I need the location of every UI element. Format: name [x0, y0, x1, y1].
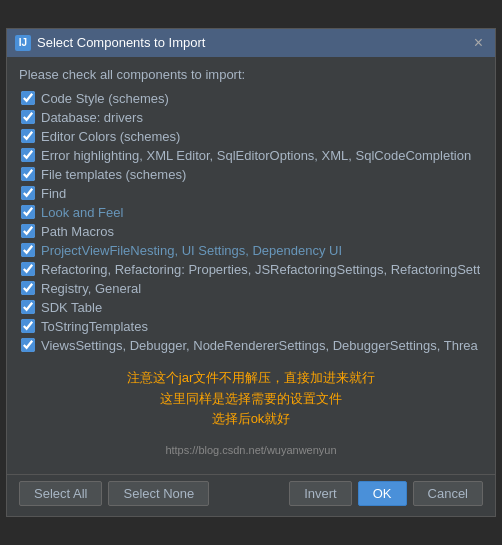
list-item: Look and Feel: [19, 204, 483, 221]
item-checkbox-11[interactable]: [21, 281, 35, 295]
items-list: Code Style (schemes)Database: driversEdi…: [19, 90, 483, 354]
invert-button[interactable]: Invert: [289, 481, 352, 506]
item-checkbox-13[interactable]: [21, 319, 35, 333]
app-icon: IJ: [15, 35, 31, 51]
list-item: File templates (schemes): [19, 166, 483, 183]
item-label-13[interactable]: ToStringTemplates: [41, 319, 148, 334]
item-label-10[interactable]: Refactoring, Refactoring: Properties, JS…: [41, 262, 480, 277]
footer-right-buttons: Invert OK Cancel: [289, 481, 483, 506]
item-label-6[interactable]: Find: [41, 186, 66, 201]
title-bar-left: IJ Select Components to Import: [15, 35, 205, 51]
list-item: ProjectViewFileNesting, UI Settings, Dep…: [19, 242, 483, 259]
item-checkbox-12[interactable]: [21, 300, 35, 314]
item-checkbox-7[interactable]: [21, 205, 35, 219]
item-checkbox-6[interactable]: [21, 186, 35, 200]
item-checkbox-3[interactable]: [21, 129, 35, 143]
list-item: Database: drivers: [19, 109, 483, 126]
list-item: Find: [19, 185, 483, 202]
cancel-button[interactable]: Cancel: [413, 481, 483, 506]
item-checkbox-14[interactable]: [21, 338, 35, 352]
list-item: Error highlighting, XML Editor, SqlEdito…: [19, 147, 483, 164]
item-label-14[interactable]: ViewsSettings, Debugger, NodeRendererSet…: [41, 338, 478, 353]
item-checkbox-1[interactable]: [21, 91, 35, 105]
ok-button[interactable]: OK: [358, 481, 407, 506]
dialog: IJ Select Components to Import × Please …: [6, 28, 496, 517]
item-label-11[interactable]: Registry, General: [41, 281, 141, 296]
item-checkbox-5[interactable]: [21, 167, 35, 181]
list-item: Refactoring, Refactoring: Properties, JS…: [19, 261, 483, 278]
item-checkbox-2[interactable]: [21, 110, 35, 124]
item-label-12[interactable]: SDK Table: [41, 300, 102, 315]
list-item: SDK Table: [19, 299, 483, 316]
footer-url: https://blog.csdn.net/wuyanwenyun: [19, 444, 483, 460]
item-label-4[interactable]: Error highlighting, XML Editor, SqlEdito…: [41, 148, 471, 163]
dialog-title: Select Components to Import: [37, 35, 205, 50]
item-checkbox-9[interactable]: [21, 243, 35, 257]
item-label-3[interactable]: Editor Colors (schemes): [41, 129, 180, 144]
close-button[interactable]: ×: [470, 33, 487, 53]
item-label-7[interactable]: Look and Feel: [41, 205, 123, 220]
item-checkbox-4[interactable]: [21, 148, 35, 162]
list-item: Code Style (schemes): [19, 90, 483, 107]
instruction-text: Please check all components to import:: [19, 67, 483, 82]
footer-left-buttons: Select All Select None: [19, 481, 209, 506]
list-item: Registry, General: [19, 280, 483, 297]
item-checkbox-8[interactable]: [21, 224, 35, 238]
item-label-8[interactable]: Path Macros: [41, 224, 114, 239]
annotation-line1: 注意这个jar文件不用解压，直接加进来就行: [19, 368, 483, 389]
item-label-2[interactable]: Database: drivers: [41, 110, 143, 125]
select-all-button[interactable]: Select All: [19, 481, 102, 506]
annotation-line2: 这里同样是选择需要的设置文件: [19, 389, 483, 410]
annotation-box: 注意这个jar文件不用解压，直接加进来就行 这里同样是选择需要的设置文件 选择后…: [19, 362, 483, 436]
list-item: ViewsSettings, Debugger, NodeRendererSet…: [19, 337, 483, 354]
list-item: Path Macros: [19, 223, 483, 240]
list-item: ToStringTemplates: [19, 318, 483, 335]
dialog-footer: Select All Select None Invert OK Cancel: [7, 474, 495, 516]
item-label-5[interactable]: File templates (schemes): [41, 167, 186, 182]
annotation-line3: 选择后ok就好: [19, 409, 483, 430]
title-bar: IJ Select Components to Import ×: [7, 29, 495, 57]
item-label-9[interactable]: ProjectViewFileNesting, UI Settings, Dep…: [41, 243, 342, 258]
dialog-body: Please check all components to import: C…: [7, 57, 495, 470]
select-none-button[interactable]: Select None: [108, 481, 209, 506]
item-checkbox-10[interactable]: [21, 262, 35, 276]
item-label-1[interactable]: Code Style (schemes): [41, 91, 169, 106]
list-item: Editor Colors (schemes): [19, 128, 483, 145]
